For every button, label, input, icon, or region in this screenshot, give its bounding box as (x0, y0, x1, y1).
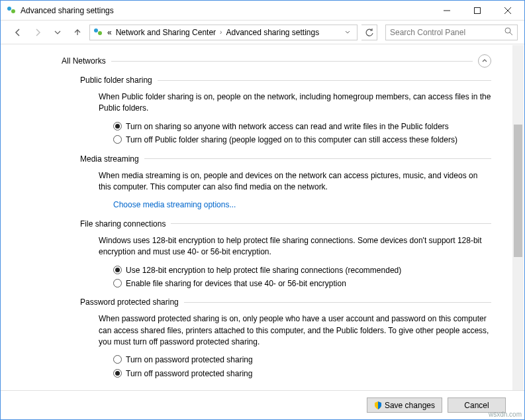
svg-point-0 (7, 7, 11, 11)
minimize-button[interactable] (432, 1, 462, 20)
titlebar: Advanced sharing settings (1, 1, 524, 21)
profile-header[interactable]: All Networks (62, 54, 491, 68)
section-description: When media streaming is on, people and d… (99, 170, 491, 193)
section-title: File sharing connections (80, 219, 166, 229)
svg-point-7 (98, 31, 102, 35)
radio-label: Turn on sharing so anyone with network a… (126, 121, 449, 132)
section-media-streaming: Media streaming When media streaming is … (80, 154, 491, 211)
content-area: All Networks Public folder sharing When … (1, 45, 524, 390)
section-public-folder: Public folder sharing When Public folder… (80, 76, 491, 146)
shield-icon (374, 401, 382, 409)
button-label: Cancel (464, 401, 489, 410)
refresh-button[interactable] (361, 25, 377, 40)
section-title: Password protected sharing (80, 297, 179, 307)
radio-icon (113, 279, 122, 288)
profile-name: All Networks (62, 56, 106, 66)
svg-point-1 (11, 9, 15, 13)
breadcrumb-icon (93, 27, 103, 38)
breadcrumb-dropdown[interactable] (341, 28, 354, 37)
radio-label: Enable file sharing for devices that use… (126, 278, 346, 289)
divider (158, 80, 491, 81)
radio-label: Turn off password protected sharing (126, 368, 252, 380)
radio-icon (113, 355, 122, 364)
breadcrumb-seg-2[interactable]: Advanced sharing settings (224, 28, 320, 37)
radio-public-off[interactable]: Turn off Public folder sharing (people l… (113, 134, 491, 146)
svg-point-6 (94, 28, 98, 32)
radio-label: Use 128-bit encryption to help protect f… (126, 265, 401, 276)
radio-password-off[interactable]: Turn off password protected sharing (113, 368, 491, 380)
close-button[interactable] (493, 1, 523, 20)
save-changes-button[interactable]: Save changes (367, 397, 442, 413)
divider (171, 223, 491, 224)
section-password-sharing: Password protected sharing When password… (80, 297, 491, 380)
divider (144, 158, 491, 159)
section-description: When password protected sharing is on, o… (99, 313, 491, 348)
footer: Save changes Cancel (1, 390, 524, 419)
svg-rect-3 (475, 7, 481, 13)
svg-line-9 (510, 32, 512, 35)
collapse-button[interactable] (478, 54, 491, 68)
section-title: Media streaming (80, 154, 139, 164)
button-label: Save changes (385, 401, 435, 410)
window-controls (432, 1, 523, 20)
radio-label: Turn off Public folder sharing (people l… (126, 134, 457, 146)
back-button[interactable] (10, 25, 26, 40)
radio-128bit[interactable]: Use 128-bit encryption to help protect f… (113, 265, 491, 276)
divider (184, 302, 491, 303)
radio-icon (113, 122, 122, 131)
radio-label: Turn on password protected sharing (126, 354, 253, 366)
breadcrumb[interactable]: « Network and Sharing Center › Advanced … (89, 25, 358, 40)
radio-icon (113, 135, 122, 144)
radio-icon (113, 369, 122, 378)
radio-4056bit[interactable]: Enable file sharing for devices that use… (113, 278, 491, 289)
chevron-right-icon: › (218, 28, 223, 36)
media-streaming-link[interactable]: Choose media streaming options... (113, 200, 236, 209)
section-file-sharing: File sharing connections Windows uses 12… (80, 219, 491, 290)
search-input[interactable]: Search Control Panel (385, 25, 518, 40)
radio-password-on[interactable]: Turn on password protected sharing (113, 354, 491, 366)
up-button[interactable] (70, 25, 85, 40)
window-title: Advanced sharing settings (21, 6, 432, 15)
breadcrumb-seg-1[interactable]: Network and Sharing Center (115, 28, 217, 37)
search-icon (504, 27, 513, 38)
radio-public-on[interactable]: Turn on sharing so anyone with network a… (113, 121, 491, 132)
section-description: When Public folder sharing is on, people… (99, 91, 491, 115)
navbar: « Network and Sharing Center › Advanced … (1, 21, 524, 44)
forward-button[interactable] (30, 25, 46, 40)
section-title: Public folder sharing (80, 76, 152, 85)
radio-icon (113, 266, 122, 274)
app-icon (6, 5, 17, 16)
watermark: wsxdn.com (489, 411, 522, 418)
breadcrumb-overflow[interactable]: « (106, 28, 113, 37)
search-placeholder: Search Control Panel (390, 28, 504, 37)
maximize-button[interactable] (462, 1, 493, 20)
section-description: Windows uses 128-bit encryption to help … (99, 235, 491, 258)
history-dropdown[interactable] (50, 25, 66, 40)
scroll-thumb[interactable] (514, 125, 522, 257)
divider (111, 61, 473, 62)
scrollbar[interactable] (512, 45, 524, 390)
svg-point-8 (505, 28, 510, 33)
